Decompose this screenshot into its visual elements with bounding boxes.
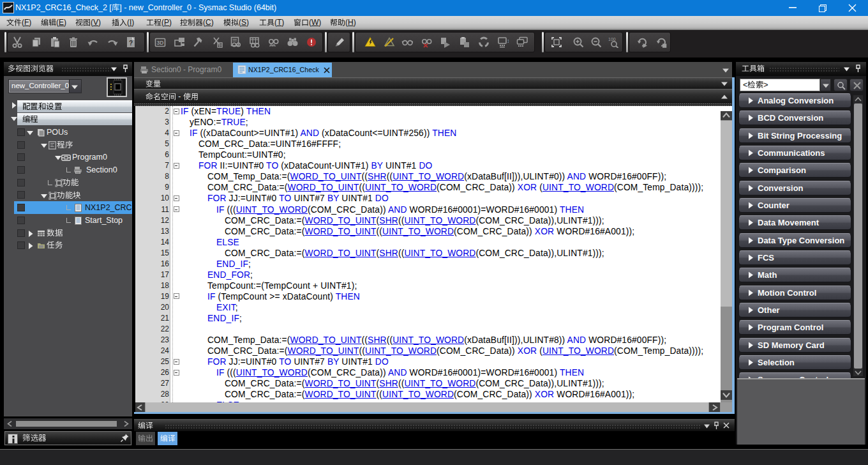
svg-text:1: 1 xyxy=(507,38,509,44)
svg-text:3D: 3D xyxy=(157,40,164,46)
svg-text:?: ? xyxy=(129,40,133,47)
svg-text:100: 100 xyxy=(608,37,616,42)
